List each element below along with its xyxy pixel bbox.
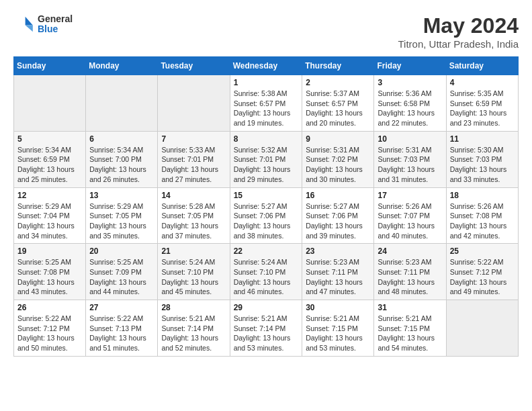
table-row [446,300,518,357]
col-monday: Monday [86,57,158,75]
day-info: Sunrise: 5:22 AM Sunset: 7:12 PM Dayligh… [450,257,515,297]
table-row: 16Sunrise: 5:27 AM Sunset: 7:06 PM Dayli… [302,187,374,244]
calendar-week-4: 19Sunrise: 5:25 AM Sunset: 7:08 PM Dayli… [14,244,519,300]
day-number: 17 [378,191,442,200]
day-info: Sunrise: 5:24 AM Sunset: 7:10 PM Dayligh… [234,257,299,297]
day-info: Sunrise: 5:38 AM Sunset: 6:57 PM Dayligh… [234,89,299,128]
table-row: 12Sunrise: 5:29 AM Sunset: 7:04 PM Dayli… [14,187,86,244]
table-row [158,75,230,132]
table-row: 24Sunrise: 5:23 AM Sunset: 7:11 PM Dayli… [374,244,446,300]
page-header: General Blue May 2024 Titron, Uttar Prad… [13,13,519,50]
day-info: Sunrise: 5:31 AM Sunset: 7:02 PM Dayligh… [306,145,370,185]
day-info: Sunrise: 5:27 AM Sunset: 7:06 PM Dayligh… [306,201,370,241]
day-number: 4 [450,78,515,87]
table-row: 20Sunrise: 5:25 AM Sunset: 7:09 PM Dayli… [86,244,158,300]
day-info: Sunrise: 5:33 AM Sunset: 7:01 PM Dayligh… [161,145,226,185]
table-row: 4Sunrise: 5:35 AM Sunset: 6:59 PM Daylig… [446,75,518,132]
table-row: 14Sunrise: 5:28 AM Sunset: 7:05 PM Dayli… [158,187,230,244]
col-tuesday: Tuesday [158,57,230,75]
day-number: 13 [89,191,154,200]
col-sunday: Sunday [14,57,86,75]
day-number: 3 [378,78,442,87]
day-number: 6 [89,134,154,144]
day-info: Sunrise: 5:28 AM Sunset: 7:05 PM Dayligh… [161,201,226,241]
day-info: Sunrise: 5:30 AM Sunset: 7:03 PM Dayligh… [450,145,515,185]
day-number: 21 [161,246,226,256]
calendar-week-3: 12Sunrise: 5:29 AM Sunset: 7:04 PM Dayli… [14,187,519,244]
day-info: Sunrise: 5:29 AM Sunset: 7:04 PM Dayligh… [17,201,82,241]
day-number: 29 [234,303,299,312]
day-info: Sunrise: 5:21 AM Sunset: 7:15 PM Dayligh… [378,314,442,353]
day-info: Sunrise: 5:23 AM Sunset: 7:11 PM Dayligh… [306,257,370,297]
day-number: 5 [17,134,82,144]
day-number: 8 [234,134,299,144]
col-wednesday: Wednesday [230,57,302,75]
day-info: Sunrise: 5:35 AM Sunset: 6:59 PM Dayligh… [450,89,515,128]
day-number: 9 [306,134,370,144]
title-section: May 2024 Titron, Uttar Pradesh, India [398,13,519,50]
day-info: Sunrise: 5:24 AM Sunset: 7:10 PM Dayligh… [161,257,226,297]
day-number: 18 [450,191,515,200]
day-number: 15 [234,191,299,200]
table-row [86,75,158,132]
table-row: 13Sunrise: 5:29 AM Sunset: 7:05 PM Dayli… [86,187,158,244]
table-row: 11Sunrise: 5:30 AM Sunset: 7:03 PM Dayli… [446,131,518,187]
day-number: 24 [378,246,442,256]
day-number: 22 [234,246,299,256]
day-number: 14 [161,191,226,200]
day-info: Sunrise: 5:27 AM Sunset: 7:06 PM Dayligh… [234,201,299,241]
table-row: 3Sunrise: 5:36 AM Sunset: 6:58 PM Daylig… [374,75,446,132]
calendar-table: Sunday Monday Tuesday Wednesday Thursday… [13,56,519,357]
col-thursday: Thursday [302,57,374,75]
day-number: 2 [306,78,370,87]
day-number: 30 [306,303,370,312]
table-row: 15Sunrise: 5:27 AM Sunset: 7:06 PM Dayli… [230,187,302,244]
day-info: Sunrise: 5:29 AM Sunset: 7:05 PM Dayligh… [89,201,154,241]
table-row: 19Sunrise: 5:25 AM Sunset: 7:08 PM Dayli… [14,244,86,300]
svg-marker-0 [26,17,33,26]
location-subtitle: Titron, Uttar Pradesh, India [398,38,519,50]
table-row: 30Sunrise: 5:21 AM Sunset: 7:15 PM Dayli… [302,300,374,357]
col-saturday: Saturday [446,57,518,75]
day-info: Sunrise: 5:21 AM Sunset: 7:14 PM Dayligh… [234,314,299,353]
table-row: 21Sunrise: 5:24 AM Sunset: 7:10 PM Dayli… [158,244,230,300]
table-row: 1Sunrise: 5:38 AM Sunset: 6:57 PM Daylig… [230,75,302,132]
day-number: 31 [378,303,442,312]
table-row: 6Sunrise: 5:34 AM Sunset: 7:00 PM Daylig… [86,131,158,187]
calendar-week-2: 5Sunrise: 5:34 AM Sunset: 6:59 PM Daylig… [14,131,519,187]
day-number: 25 [450,246,515,256]
day-info: Sunrise: 5:25 AM Sunset: 7:08 PM Dayligh… [17,257,82,297]
logo[interactable]: General Blue [13,13,73,35]
table-row: 9Sunrise: 5:31 AM Sunset: 7:02 PM Daylig… [302,131,374,187]
table-row: 7Sunrise: 5:33 AM Sunset: 7:01 PM Daylig… [158,131,230,187]
table-row: 25Sunrise: 5:22 AM Sunset: 7:12 PM Dayli… [446,244,518,300]
day-number: 10 [378,134,442,144]
table-row: 28Sunrise: 5:21 AM Sunset: 7:14 PM Dayli… [158,300,230,357]
logo-icon [13,13,35,35]
day-number: 26 [17,303,82,312]
day-info: Sunrise: 5:34 AM Sunset: 7:00 PM Dayligh… [89,145,154,185]
month-year-title: May 2024 [398,13,519,38]
table-row: 17Sunrise: 5:26 AM Sunset: 7:07 PM Dayli… [374,187,446,244]
col-friday: Friday [374,57,446,75]
day-info: Sunrise: 5:37 AM Sunset: 6:57 PM Dayligh… [306,89,370,128]
day-number: 12 [17,191,82,200]
table-row: 18Sunrise: 5:26 AM Sunset: 7:08 PM Dayli… [446,187,518,244]
calendar-header-row: Sunday Monday Tuesday Wednesday Thursday… [14,57,519,75]
table-row: 22Sunrise: 5:24 AM Sunset: 7:10 PM Dayli… [230,244,302,300]
day-info: Sunrise: 5:32 AM Sunset: 7:01 PM Dayligh… [234,145,299,185]
day-number: 23 [306,246,370,256]
table-row: 26Sunrise: 5:22 AM Sunset: 7:12 PM Dayli… [14,300,86,357]
day-info: Sunrise: 5:26 AM Sunset: 7:08 PM Dayligh… [450,201,515,241]
day-info: Sunrise: 5:34 AM Sunset: 6:59 PM Dayligh… [17,145,82,185]
day-number: 16 [306,191,370,200]
day-info: Sunrise: 5:21 AM Sunset: 7:14 PM Dayligh… [161,314,226,353]
table-row: 27Sunrise: 5:22 AM Sunset: 7:13 PM Dayli… [86,300,158,357]
table-row: 29Sunrise: 5:21 AM Sunset: 7:14 PM Dayli… [230,300,302,357]
day-number: 28 [161,303,226,312]
table-row: 31Sunrise: 5:21 AM Sunset: 7:15 PM Dayli… [374,300,446,357]
day-number: 20 [89,246,154,256]
calendar-week-5: 26Sunrise: 5:22 AM Sunset: 7:12 PM Dayli… [14,300,519,357]
table-row: 8Sunrise: 5:32 AM Sunset: 7:01 PM Daylig… [230,131,302,187]
day-number: 7 [161,134,226,144]
